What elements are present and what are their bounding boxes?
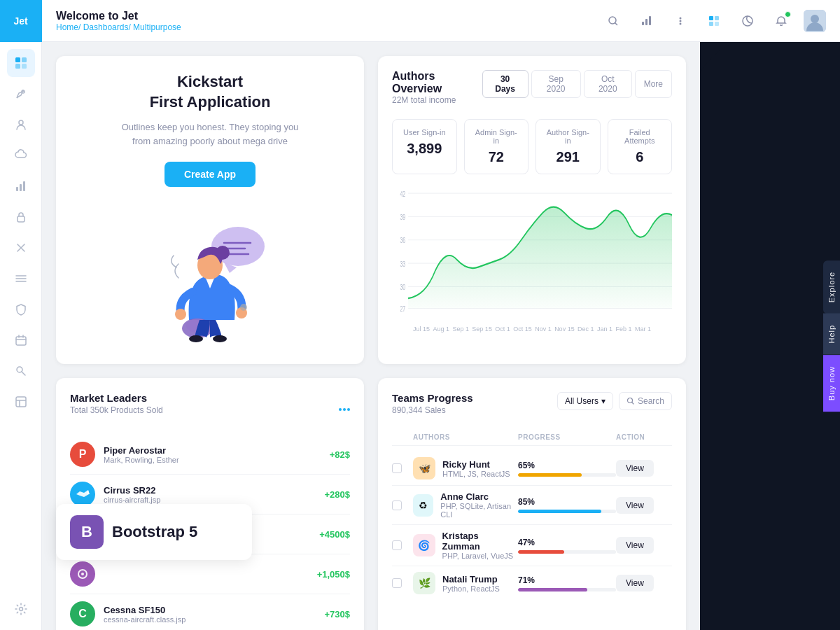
market-item-value: +280$ xyxy=(324,489,350,500)
authors-subtitle: 22M total income xyxy=(392,95,482,105)
svg-point-32 xyxy=(216,246,230,260)
teams-filter: All Users ▾ Search xyxy=(557,392,672,410)
sidebar-item-tools[interactable] xyxy=(7,357,35,385)
breadcrumb-home[interactable]: Home/ xyxy=(56,22,80,32)
row-checkbox[interactable] xyxy=(392,500,402,510)
market-item-name: Cirrus SR22 xyxy=(104,485,316,496)
svg-point-39 xyxy=(213,335,227,342)
search-icon-btn[interactable] xyxy=(602,10,624,32)
teams-title-group: Teams Progress 890,344 Sales xyxy=(392,392,473,426)
stat-author-signin-value: 291 xyxy=(545,149,592,165)
topbar: Welcome to Jet Home/ Dashboards/ Multipu… xyxy=(42,0,840,42)
x-label: Aug 1 xyxy=(433,326,449,332)
tab-group: 30 Days Sep 2020 Oct 2020 More xyxy=(482,70,672,98)
market-item-name: Piper Aerostar xyxy=(104,445,321,456)
analytics-icon-btn[interactable] xyxy=(636,10,658,32)
tab-more[interactable]: More xyxy=(635,70,672,98)
stat-user-signin-value: 3,899 xyxy=(401,141,448,157)
help-button[interactable]: Help xyxy=(823,314,840,355)
market-item-value: +4500$ xyxy=(319,529,350,540)
svg-text:30: 30 xyxy=(400,284,406,292)
team-author: ♻ Anne Clarc PHP, SQLite, Artisan CLI xyxy=(413,491,518,519)
apps-icon-btn[interactable] xyxy=(703,10,725,32)
stat-failed-value: 6 xyxy=(617,149,664,165)
sidebar-item-cloud[interactable] xyxy=(7,141,35,169)
col-checkbox xyxy=(392,433,413,441)
team-row-ricky: 🦋 Ricky Hunt HTML, JS, ReactJS 65% V xyxy=(392,451,672,486)
bootstrap-icon: B xyxy=(70,515,104,549)
svg-text:39: 39 xyxy=(400,214,406,222)
stat-admin-signin-value: 72 xyxy=(473,149,520,165)
sidebar-item-chart[interactable] xyxy=(7,172,35,200)
author-details: Natali Trump Python, ReactJS xyxy=(442,574,500,593)
sidebar-item-lock[interactable] xyxy=(7,203,35,231)
market-item-info: Cessna SF150 cessna-aircraft.class.jsp xyxy=(104,605,316,624)
svg-rect-3 xyxy=(22,64,27,69)
authors-title-group: Authors Overview 22M total income xyxy=(392,70,482,116)
row-checkbox[interactable] xyxy=(392,540,402,550)
sidebar-item-brush[interactable] xyxy=(7,80,35,108)
teams-search-box[interactable]: Search xyxy=(619,392,672,410)
authors-overview-card: Authors Overview 22M total income 30 Day… xyxy=(378,56,686,364)
search-icon xyxy=(626,397,635,405)
svg-rect-16 xyxy=(645,19,648,25)
svg-text:33: 33 xyxy=(400,260,406,268)
notifications-btn[interactable] xyxy=(770,10,792,32)
progress-bar-bg xyxy=(518,588,616,592)
view-button-kristaps[interactable]: View xyxy=(616,537,654,554)
view-button-natali[interactable]: View xyxy=(616,575,654,592)
svg-rect-0 xyxy=(15,57,20,62)
market-item-4: +1,050$ xyxy=(70,554,350,594)
teams-subtitle: 890,344 Sales xyxy=(392,405,473,415)
sidebar-item-calendar[interactable] xyxy=(7,326,35,354)
progress-pct: 65% xyxy=(518,461,616,470)
author-avatar-ricky: 🦋 xyxy=(413,457,435,479)
progress-pct: 85% xyxy=(518,497,616,507)
tab-sep2020[interactable]: Sep 2020 xyxy=(531,70,581,98)
sidebar-item-menu[interactable] xyxy=(7,265,35,293)
sidebar-bottom xyxy=(7,588,35,630)
svg-point-26 xyxy=(811,15,819,23)
sidebar-item-settings[interactable] xyxy=(7,595,35,623)
create-app-button[interactable]: Create App xyxy=(164,162,255,187)
sidebar-item-grid[interactable] xyxy=(7,49,35,77)
market-item-icon: P xyxy=(70,442,95,467)
col-action: ACTION xyxy=(616,433,672,441)
user-avatar[interactable] xyxy=(804,10,826,32)
progress-col: 71% xyxy=(518,575,616,592)
search-placeholder: Search xyxy=(638,396,664,406)
stat-user-signin: User Sign-in 3,899 xyxy=(392,119,457,174)
dark-mode-btn[interactable] xyxy=(736,10,759,32)
sidebar-item-user[interactable] xyxy=(7,111,35,139)
author-tech: PHP, SQLite, Artisan CLI xyxy=(440,502,518,519)
view-button-anne[interactable]: View xyxy=(616,497,654,514)
market-item-info: Cirrus SR22 cirrus-aircraft.jsp xyxy=(104,485,316,504)
sidebar-logo[interactable]: Jet xyxy=(0,0,42,42)
row-checkbox[interactable] xyxy=(392,463,402,473)
market-title: Market Leaders xyxy=(70,392,163,404)
progress-bar-bg xyxy=(518,510,616,513)
market-menu-icon[interactable] xyxy=(339,408,350,411)
team-author: 🌀 Kristaps Zumman PHP, Laravel, VueJS xyxy=(413,531,518,560)
sidebar-item-layout[interactable] xyxy=(7,388,35,416)
sidebar-item-close[interactable] xyxy=(7,234,35,262)
buy-now-button[interactable]: Buy now xyxy=(823,355,840,412)
users-filter-select[interactable]: All Users ▾ xyxy=(557,392,613,410)
svg-rect-8 xyxy=(23,181,25,191)
customize-icon-btn[interactable] xyxy=(669,10,692,32)
author-name: Ricky Hunt xyxy=(442,459,510,470)
sidebar-item-shield[interactable] xyxy=(7,295,35,323)
author-details: Ricky Hunt HTML, JS, ReactJS xyxy=(442,459,510,478)
progress-col: 65% xyxy=(518,461,616,477)
row-checkbox[interactable] xyxy=(392,578,402,588)
x-label: Nov 1 xyxy=(535,326,552,332)
stat-failed-label: Failed Attempts xyxy=(617,128,664,145)
tab-oct2020[interactable]: Oct 2020 xyxy=(584,70,632,98)
teams-title: Teams Progress xyxy=(392,392,473,404)
teams-header: Teams Progress 890,344 Sales All Users ▾ xyxy=(392,392,672,426)
breadcrumb: Home/ Dashboards/ Multipurpose xyxy=(56,22,181,32)
explore-button[interactable]: Explore xyxy=(823,260,840,314)
view-button-ricky[interactable]: View xyxy=(616,460,654,477)
tab-30days[interactable]: 30 Days xyxy=(482,70,528,98)
breadcrumb-dashboards[interactable]: Dashboards/ xyxy=(83,22,131,32)
